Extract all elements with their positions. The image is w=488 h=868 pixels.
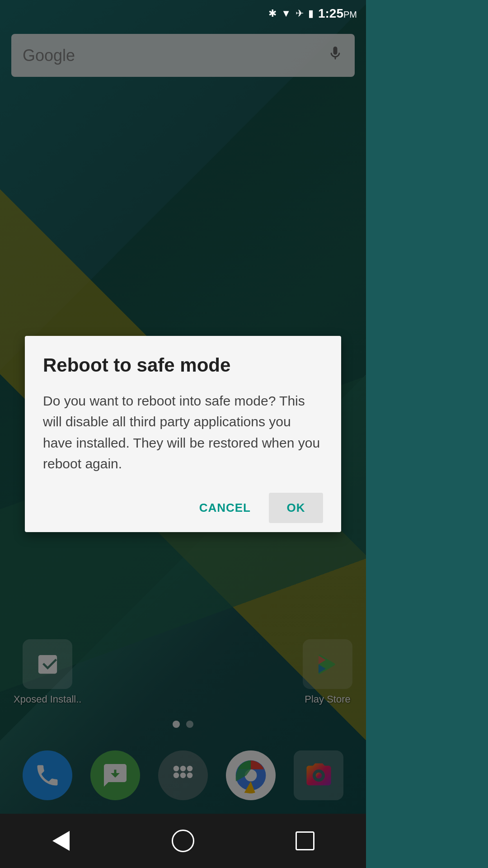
bluetooth-icon: ✱ <box>268 8 277 19</box>
dialog-buttons: CANCEL OK <box>43 493 323 523</box>
dialog-overlay: Reboot to safe mode Do you want to reboo… <box>0 0 366 868</box>
airplane-icon: ✈ <box>296 8 304 19</box>
cancel-button[interactable]: CANCEL <box>186 493 264 523</box>
back-button[interactable] <box>43 823 79 859</box>
status-time: 1:25PM <box>318 6 357 21</box>
back-icon <box>52 831 70 851</box>
battery-icon: ▮ <box>308 8 314 19</box>
ok-button[interactable]: OK <box>269 493 323 523</box>
recents-button[interactable] <box>287 823 323 859</box>
dialog-title: Reboot to safe mode <box>43 354 323 377</box>
status-bar: ✱ ▼ ✈ ▮ 1:25PM <box>0 0 366 27</box>
home-button[interactable] <box>165 823 201 859</box>
wifi-icon: ▼ <box>281 8 291 19</box>
navigation-bar <box>0 814 366 868</box>
reboot-dialog: Reboot to safe mode Do you want to reboo… <box>25 336 341 532</box>
recents-icon <box>296 831 314 850</box>
dialog-message: Do you want to reboot into safe mode? Th… <box>43 391 323 475</box>
home-icon <box>172 830 194 852</box>
